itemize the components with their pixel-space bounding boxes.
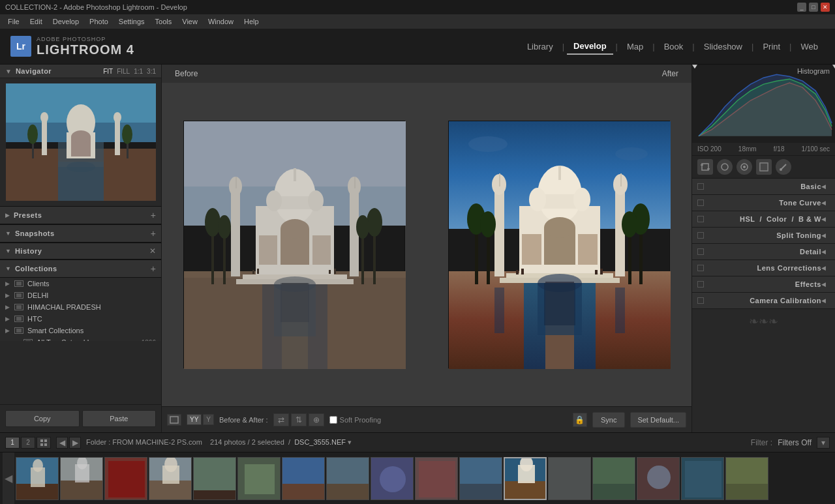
collections-add[interactable]: +: [151, 263, 156, 274]
split-toning-toggle[interactable]: [697, 232, 704, 239]
hsl-header[interactable]: HSL / Color / B & W ◀: [692, 211, 835, 227]
presets-header[interactable]: ▶ Presets +: [0, 206, 161, 224]
film-thumb-14[interactable]: [592, 457, 635, 500]
detail-toggle[interactable]: [697, 248, 704, 255]
film-thumb-15[interactable]: [637, 457, 680, 500]
menu-develop[interactable]: Develop: [48, 16, 84, 27]
collection-clients[interactable]: ▶ Clients: [0, 278, 161, 289]
menu-file[interactable]: File: [3, 16, 25, 27]
film-thumb-10[interactable]: [415, 457, 458, 500]
nav-fit[interactable]: FIT: [103, 68, 113, 75]
history-close[interactable]: ✕: [149, 246, 156, 256]
redeye-tool[interactable]: [736, 159, 752, 175]
film-thumb-3[interactable]: [104, 457, 147, 500]
menu-window[interactable]: Window: [203, 16, 239, 27]
nav-book[interactable]: Book: [658, 39, 690, 54]
collection-delhi[interactable]: ▶ DELHI: [0, 289, 161, 301]
copy-button[interactable]: Copy: [5, 410, 80, 427]
single-view-btn[interactable]: [167, 414, 181, 426]
compare-y-btn[interactable]: Y: [203, 414, 214, 425]
film-thumb-4[interactable]: [149, 457, 192, 500]
status-grid-btn[interactable]: [37, 437, 51, 449]
filename-arrow[interactable]: ▾: [348, 438, 352, 446]
nav-3-1[interactable]: 3:1: [147, 68, 156, 75]
filter-value[interactable]: Filters Off: [778, 438, 812, 447]
status-view-1[interactable]: 1: [5, 437, 20, 449]
nav-map[interactable]: Map: [620, 39, 650, 54]
effects-header[interactable]: Effects ◀: [692, 276, 835, 292]
film-thumb-6[interactable]: [237, 457, 281, 500]
collection-himachal[interactable]: ▶ HIMACHAL PRADESH: [0, 301, 161, 313]
set-default-button[interactable]: Set Default...: [630, 412, 686, 428]
swap-right-btn[interactable]: ⇅: [291, 413, 307, 426]
collections-header[interactable]: ▼ Collections +: [0, 259, 161, 278]
spot-removal-tool[interactable]: [717, 159, 733, 175]
history-arrow: ▼: [5, 248, 11, 254]
basic-toggle[interactable]: [697, 183, 704, 190]
nav-fill[interactable]: FILL: [117, 68, 130, 75]
graduated-filter-tool[interactable]: [756, 159, 772, 175]
lens-corrections-toggle[interactable]: [697, 265, 704, 271]
menu-photo[interactable]: Photo: [84, 16, 114, 27]
nav-web[interactable]: Web: [795, 39, 825, 54]
menu-edit[interactable]: Edit: [25, 16, 48, 27]
crop-tool[interactable]: [697, 159, 713, 175]
basic-header[interactable]: Basic ◀: [692, 179, 835, 194]
collection-htc[interactable]: ▶ HTC: [0, 313, 161, 325]
film-thumb-16[interactable]: [681, 457, 724, 500]
film-thumb-2[interactable]: [60, 457, 103, 500]
close-button[interactable]: ✕: [821, 3, 830, 12]
filmstrip-nav-left[interactable]: ◀: [3, 452, 14, 504]
nav-1-1[interactable]: 1:1: [134, 68, 143, 75]
detail-header[interactable]: Detail ◀: [692, 244, 835, 259]
collection-smart[interactable]: ▶ Smart Collections: [0, 325, 161, 336]
soft-proof-checkbox[interactable]: [329, 416, 337, 424]
effects-title: Effects: [708, 280, 821, 288]
effects-toggle[interactable]: [697, 281, 704, 288]
sync-button[interactable]: Sync: [592, 412, 625, 428]
lens-corrections-header[interactable]: Lens Corrections ◀: [692, 260, 835, 276]
menu-settings[interactable]: Settings: [114, 16, 150, 27]
filter-dropdown-btn[interactable]: ▾: [817, 437, 830, 449]
compare-yy-btn[interactable]: YY: [187, 414, 202, 425]
menu-help[interactable]: Help: [239, 16, 264, 27]
adjustment-brush-tool[interactable]: [776, 159, 791, 175]
nav-develop[interactable]: Develop: [567, 38, 613, 55]
status-view-2[interactable]: 2: [21, 437, 35, 449]
paste-button[interactable]: Paste: [82, 410, 157, 427]
split-toning-header[interactable]: Split Toning ◀: [692, 228, 835, 243]
snapshots-add[interactable]: +: [151, 228, 156, 239]
nav-print[interactable]: Print: [756, 39, 787, 54]
next-btn[interactable]: ▶: [69, 437, 81, 449]
film-thumb-12-selected[interactable]: [504, 457, 547, 500]
maximize-button[interactable]: □: [809, 3, 818, 12]
history-header[interactable]: ▼ History ✕: [0, 243, 161, 259]
effects-arrow: ◀: [821, 281, 826, 288]
menu-tools[interactable]: Tools: [150, 16, 177, 27]
film-thumb-17[interactable]: [725, 457, 768, 500]
presets-add[interactable]: +: [151, 210, 156, 220]
tone-curve-header[interactable]: Tone Curve ◀: [692, 195, 835, 211]
tone-curve-toggle[interactable]: [697, 200, 704, 206]
minimize-button[interactable]: _: [797, 3, 806, 12]
snapshots-header[interactable]: ▼ Snapshots +: [0, 224, 161, 243]
lock-icon[interactable]: 🔒: [573, 413, 587, 427]
collection-all-starred[interactable]: ▶ All Two Satrred Images 1866: [0, 336, 161, 341]
nav-library[interactable]: Library: [521, 39, 560, 54]
film-thumb-7[interactable]: [282, 457, 325, 500]
hsl-toggle[interactable]: [697, 216, 704, 222]
film-thumb-1[interactable]: [16, 457, 59, 500]
swap-center-btn[interactable]: ⊕: [309, 413, 324, 426]
film-thumb-5[interactable]: [193, 457, 236, 500]
swap-left-btn[interactable]: ⇄: [273, 413, 289, 426]
film-thumb-11[interactable]: [459, 457, 502, 500]
camera-calibration-toggle[interactable]: [697, 297, 704, 304]
navigator-header[interactable]: ▼ Navigator FIT FILL 1:1 3:1: [0, 65, 161, 78]
prev-btn[interactable]: ◀: [56, 437, 68, 449]
film-thumb-8[interactable]: [326, 457, 369, 500]
film-thumb-9[interactable]: [371, 457, 414, 500]
camera-calibration-header[interactable]: Camera Calibration ◀: [692, 293, 835, 308]
film-thumb-13[interactable]: [548, 457, 591, 500]
menu-view[interactable]: View: [177, 16, 203, 27]
nav-slideshow[interactable]: Slideshow: [697, 39, 749, 54]
